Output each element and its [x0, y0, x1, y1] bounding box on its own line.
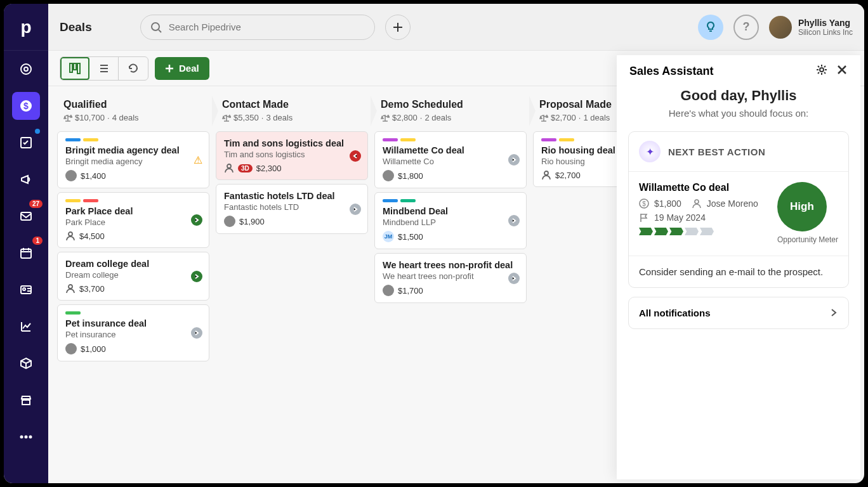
- stage-progress: [639, 228, 768, 235]
- column-header[interactable]: Demo Scheduled $2,800 · 2 deals: [372, 93, 529, 129]
- nav-deals[interactable]: $: [12, 92, 40, 120]
- page-title: Deals: [60, 20, 92, 34]
- deal-org: Willamette Co: [383, 157, 518, 166]
- deal-value: $1,000: [81, 344, 106, 354]
- card-tags: [383, 138, 518, 141]
- view-list[interactable]: [89, 57, 119, 80]
- column-header[interactable]: Qualified $10,700 · 4 deals: [55, 93, 212, 129]
- person-icon: [224, 163, 234, 173]
- nav-calendar[interactable]: 1: [12, 239, 40, 267]
- target-icon: [19, 62, 33, 76]
- status-indicator: [191, 271, 202, 282]
- nav-more[interactable]: [12, 423, 40, 451]
- add-deal-button[interactable]: Deal: [155, 57, 209, 80]
- svg-point-23: [695, 200, 699, 204]
- status-indicator: [350, 204, 361, 215]
- nav-products[interactable]: [12, 349, 40, 377]
- scale-icon: [539, 114, 548, 122]
- app-logo[interactable]: p: [4, 4, 48, 51]
- person-icon: [692, 198, 702, 209]
- assistant-close[interactable]: [836, 64, 848, 79]
- deal-value: $2,300: [256, 164, 282, 173]
- deal-title: Park Place deal: [65, 206, 201, 216]
- svg-point-0: [21, 64, 31, 74]
- box-icon: [20, 357, 32, 370]
- deal-footer: $1,800: [383, 170, 518, 181]
- nav-marketplace[interactable]: [12, 386, 40, 414]
- assistant-settings[interactable]: [816, 64, 827, 79]
- column-title: Qualified: [63, 99, 203, 110]
- status-indicator: [508, 154, 520, 166]
- svg-rect-15: [77, 63, 80, 74]
- id-card-icon: [20, 283, 32, 296]
- opportunity-meter-label: Opportunity Meter: [777, 235, 838, 245]
- nav-mail[interactable]: 27: [12, 202, 40, 230]
- add-button[interactable]: [385, 15, 411, 40]
- deal-value: $1,400: [81, 171, 106, 181]
- deal-card[interactable]: Tim and sons logistics deal Tim and sons…: [216, 131, 368, 180]
- svg-rect-5: [21, 212, 31, 220]
- svg-point-8: [23, 288, 25, 290]
- nba-label: NEXT BEST ACTION: [668, 146, 765, 157]
- avatar: JM: [383, 231, 394, 242]
- deal-footer: $1,400: [65, 170, 201, 181]
- deal-card[interactable]: We heart trees non-profit deal We heart …: [374, 253, 527, 303]
- svg-text:$: $: [23, 101, 29, 111]
- sidebar: p $ 27 1: [4, 4, 48, 483]
- status-indicator: [508, 273, 520, 284]
- svg-point-1: [24, 67, 28, 71]
- nav-activities[interactable]: [12, 129, 40, 157]
- flag-icon: [639, 212, 649, 223]
- deal-card[interactable]: Mindbend Deal Mindbend LLP JM$1,500: [374, 192, 527, 249]
- refresh-icon: [128, 63, 139, 74]
- deal-org: Dream college: [65, 270, 201, 280]
- plus-icon: [165, 64, 174, 73]
- deal-value: $1,500: [398, 232, 423, 242]
- deal-card[interactable]: Willamette Co deal Willamette Co $1,800: [374, 131, 527, 188]
- deal-org: Fantastic hotels LTD: [224, 202, 360, 212]
- nav-leads[interactable]: [12, 55, 40, 83]
- deal-footer: $1,700: [383, 285, 518, 296]
- dollar-icon: $: [19, 99, 33, 113]
- more-icon: [20, 435, 32, 439]
- nav-campaigns[interactable]: [12, 166, 40, 193]
- person-icon: [65, 283, 76, 294]
- card-tags: [383, 199, 518, 202]
- deal-title: Pet insurance deal: [65, 318, 201, 328]
- search-input[interactable]: [169, 22, 365, 32]
- deal-card[interactable]: Bringit media agency deal Bringit media …: [57, 131, 209, 188]
- column-header[interactable]: Contact Made $5,350 · 3 deals: [213, 93, 371, 129]
- deal-value: $2,700: [555, 171, 581, 180]
- assistant-greeting: Good day, Phyllis: [617, 88, 860, 104]
- search-box[interactable]: [140, 15, 375, 40]
- mail-icon: [20, 210, 32, 223]
- plus-icon: [392, 22, 404, 33]
- deal-card[interactable]: Fantastic hotels LTD deal Fantastic hote…: [216, 184, 368, 234]
- notification-dot: [35, 129, 40, 134]
- svg-point-20: [820, 68, 824, 72]
- lightbulb-icon: [704, 21, 717, 34]
- user-avatar: [769, 16, 792, 39]
- assistant-subgreeting: Here's what you should focus on:: [617, 108, 860, 119]
- scale-icon: [222, 114, 231, 122]
- assistant-toggle[interactable]: [698, 15, 723, 40]
- user-menu[interactable]: Phyllis Yang Silicon Links Inc: [769, 16, 853, 39]
- deal-org: Tim and sons logistics: [224, 150, 360, 159]
- deal-card[interactable]: Pet insurance deal Pet insurance $1,000: [57, 304, 209, 361]
- view-kanban[interactable]: [60, 57, 89, 80]
- opportunity-meter: High: [777, 182, 827, 231]
- nav-insights[interactable]: [12, 313, 40, 341]
- deal-card[interactable]: Park Place deal Park Place $4,500: [57, 192, 209, 248]
- status-indicator: [350, 150, 361, 162]
- deal-footer: $1,900: [224, 216, 360, 227]
- all-notifications-link[interactable]: All notifications: [628, 297, 849, 329]
- view-forecast[interactable]: [119, 57, 148, 80]
- column-meta: $5,350 · 3 deals: [222, 113, 362, 122]
- help-button[interactable]: ?: [733, 15, 759, 40]
- card-tags: [65, 199, 201, 202]
- deal-value: $1,800: [398, 171, 423, 181]
- nav-contacts[interactable]: [12, 276, 40, 304]
- deal-footer: $1,000: [65, 343, 201, 354]
- nba-deal-title[interactable]: Willamette Co deal: [639, 182, 768, 193]
- deal-card[interactable]: Dream college deal Dream college $3,700: [57, 252, 209, 301]
